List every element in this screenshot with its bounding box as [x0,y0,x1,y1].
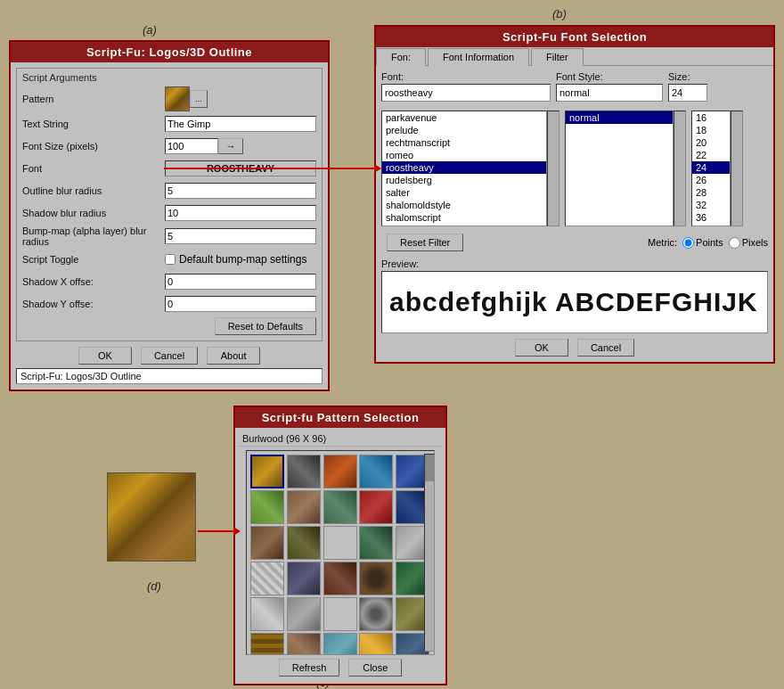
size-input[interactable] [668,84,707,102]
metric-points-label: Points [696,237,723,248]
pattern-cell[interactable] [287,633,321,655]
font-list-item[interactable]: parkavenue [382,111,546,124]
metric-pixels-label: Pixels [742,237,768,248]
cancel-button-a[interactable]: Cancel [141,347,198,365]
pattern-cell[interactable] [359,526,393,560]
pattern-cell[interactable] [359,490,393,524]
font-list-item[interactable]: shalomscript [382,211,546,224]
font-listbox[interactable]: parkavenue prelude rechtmanscript romeo … [381,111,547,226]
pattern-cell[interactable] [250,562,284,595]
pattern-preview[interactable] [165,86,190,111]
metric-points-option[interactable]: Points [682,237,723,249]
size-list-item[interactable]: 16 [692,111,730,124]
size-list-item[interactable]: 32 [692,199,730,211]
reset-filter-button[interactable]: Reset Filter [387,234,463,251]
statusbar-a: Script-Fu: Logos/3D Outline [16,368,323,384]
pattern-cell[interactable] [323,597,357,631]
pattern-cell[interactable] [323,633,357,655]
size-list-item[interactable]: 18 [692,124,730,136]
pattern-browse-button[interactable]: ... [190,90,208,108]
cancel-button-b[interactable]: Cancel [577,339,634,357]
preview-label: Preview: [381,258,768,269]
pattern-cell[interactable] [250,455,284,488]
preview-box: abcdefghijk ABCDEFGHIJK [381,271,768,333]
pattern-cell[interactable] [323,455,357,488]
shadow-blur-label: Shadow blur radius [22,208,165,218]
pattern-grid [246,450,435,655]
font-list-scrollbar[interactable] [547,111,559,226]
font-size-arrow-button[interactable]: → [218,138,243,154]
script-toggle-label: Script Toggle [22,254,165,265]
font-list-item[interactable]: prelude [382,124,546,136]
size-list-item[interactable]: 28 [692,186,730,199]
script-toggle-checkbox[interactable] [165,254,176,265]
pattern-cell[interactable] [250,526,284,560]
pattern-cell[interactable] [250,490,284,524]
pattern-name-label: Burlwood (96 X 96) [239,431,442,447]
shadow-y-row: Shadow Y offse: [22,294,316,314]
pattern-cell[interactable] [287,597,321,631]
pattern-cell[interactable] [250,633,284,655]
pattern-cell[interactable] [323,562,357,595]
pattern-cell[interactable] [359,455,393,488]
font-list-item[interactable]: shalomoldstyle [382,199,546,211]
tab-fon[interactable]: Fon: [376,48,426,66]
font-list-item-selected[interactable]: roostheavy [382,161,546,174]
tab-filter[interactable]: Filter [531,48,583,66]
pattern-cell[interactable] [287,490,321,524]
size-list-item[interactable]: 26 [692,174,730,186]
font-style-listbox[interactable]: normal [565,111,674,226]
shadow-blur-input[interactable] [165,205,316,221]
pattern-grid-scrollbar[interactable] [424,454,435,652]
pattern-cell[interactable] [287,455,321,488]
size-scrollbar[interactable] [731,111,743,226]
size-list-item-selected[interactable]: 24 [692,161,730,174]
preview-text: abcdefghijk ABCDEFGHIJK [389,287,758,317]
outline-blur-row: Outline blur radius [22,181,316,201]
pattern-cell[interactable] [323,490,357,524]
pattern-cell[interactable] [359,562,393,595]
label-d: (d) [147,579,161,593]
shadow-y-input[interactable] [165,296,316,312]
refresh-button[interactable]: Refresh [279,659,340,677]
pattern-label: Pattern [22,94,165,104]
font-style-input[interactable] [556,84,663,102]
pattern-cell[interactable] [323,526,357,560]
font-list-item[interactable]: rechtmanscript [382,136,546,149]
font-style-selected[interactable]: normal [566,111,673,124]
size-col-label: Size: [668,71,707,82]
font-style-col-label: Font Style: [556,71,663,82]
font-list-item[interactable]: rudelsberg [382,174,546,186]
pattern-cell[interactable] [287,526,321,560]
ok-button-b[interactable]: OK [515,339,568,357]
preview-section: Preview: abcdefghijk ABCDEFGHIJK [381,258,768,333]
size-list-item[interactable]: 22 [692,149,730,161]
size-list-item[interactable]: 36 [692,211,730,224]
bump-blur-input[interactable] [165,228,316,244]
tab-font-info[interactable]: Font Information [428,48,529,66]
font-name-input[interactable] [381,84,551,102]
font-style-scrollbar[interactable] [674,111,686,226]
pattern-cell[interactable] [359,597,393,631]
font-list-item[interactable]: salter [382,186,546,199]
outline-blur-input[interactable] [165,183,316,199]
pattern-cell[interactable] [250,597,284,631]
text-string-input[interactable] [165,116,316,132]
pattern-cell[interactable] [287,562,321,595]
font-list-item[interactable]: romeo [382,149,546,161]
window-font-selection: Script-Fu Font Selection Fon: Font Infor… [374,25,775,364]
ok-button-a[interactable]: OK [78,347,132,365]
pattern-cell[interactable] [359,633,393,655]
close-button[interactable]: Close [348,659,402,677]
metric-pixels-radio[interactable] [729,237,740,249]
font-size-input[interactable] [165,138,218,154]
metric-points-radio[interactable] [682,237,694,249]
metric-pixels-option[interactable]: Pixels [729,237,768,249]
pattern-connector-arrow [198,530,235,532]
size-list-item[interactable]: 20 [692,136,730,149]
size-listbox[interactable]: 16 18 20 22 24 26 28 32 36 [691,111,731,226]
window-c-titlebar: Script-fu Pattern Selection [235,407,445,428]
about-button-a[interactable]: About [207,347,260,365]
shadow-x-input[interactable] [165,274,316,290]
reset-to-defaults-button[interactable]: Reset to Defaults [215,317,316,335]
